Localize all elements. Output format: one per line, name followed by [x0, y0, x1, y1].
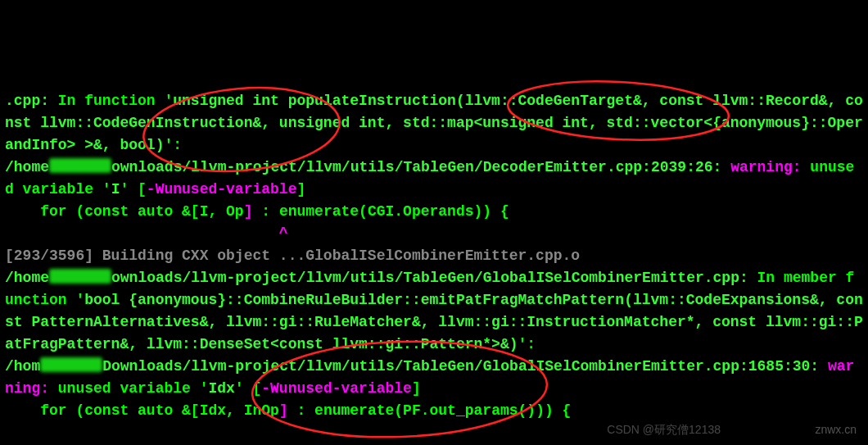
file-path: /home [5, 159, 49, 175]
warning-message: unused variable ' [58, 380, 209, 397]
bracket-close: ] [412, 380, 421, 397]
code-snippet-cont: : enumerate(PF.out_params())) { [288, 402, 572, 419]
redacted-username [49, 269, 111, 284]
code-snippet: for (const auto &[I, Op [5, 203, 244, 220]
warning-flag: -Wunused-variable [261, 380, 412, 397]
file-path-cont: ownloads/llvm-project/llvm/utils/TableGe… [111, 270, 748, 286]
warning-end: ' [ [235, 380, 261, 397]
highlighted-bracket: ] [244, 203, 253, 220]
caret-marker: ^ [279, 225, 288, 242]
watermark-csdn: CSDN @研究僧12138 [607, 421, 721, 438]
code-snippet-cont: : enumerate(CGI.Operands)) { [252, 203, 509, 220]
code-snippet: for (const auto &[Idx, InOp [5, 402, 279, 419]
context-close: ': [518, 336, 536, 352]
file-prefix: .cpp: [5, 93, 49, 109]
function-signature: bool {anonymous}::CombineRuleBuilder::em… [5, 292, 863, 352]
file-path-cont: Downloads/llvm-project/llvm/utils/TableG… [102, 358, 828, 375]
highlighted-bracket: ] [279, 402, 288, 419]
warning-end: ' [ [120, 181, 146, 198]
file-path-cont: ownloads/llvm-project/llvm/utils/TableGe… [111, 159, 730, 175]
context-close: ': [164, 137, 182, 153]
context-text: In function ' [49, 93, 173, 109]
build-progress: [293/3596] Building CXX object ...Global… [5, 247, 580, 264]
variable-name: Idx [208, 380, 234, 397]
redacted-username [40, 357, 102, 372]
terminal-output: .cpp: In function 'unsigned int populate… [5, 90, 863, 422]
file-path: /home [5, 270, 49, 286]
variable-name: I [111, 181, 120, 198]
file-path: /hom [5, 358, 40, 375]
redacted-username [49, 158, 111, 173]
bracket-close: ] [296, 181, 305, 198]
caret-spaces [5, 225, 279, 242]
warning-label: warning: [730, 159, 810, 175]
warning-flag: -Wunused-variable [147, 181, 297, 198]
watermark-znwx: znwx.cn [815, 421, 857, 438]
